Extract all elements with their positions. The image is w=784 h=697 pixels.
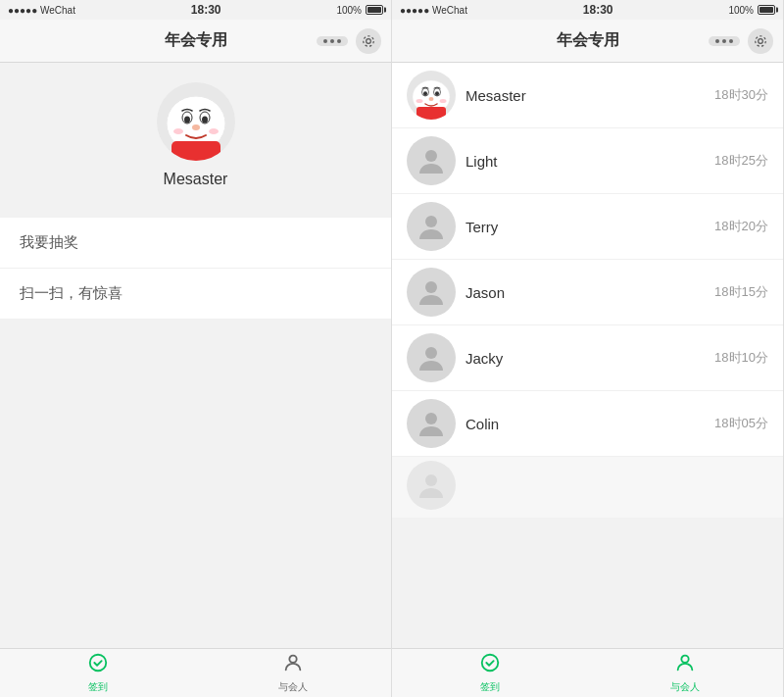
tab-label-checkin-left: 签到 bbox=[88, 680, 108, 694]
list-name-jacky: Jacky bbox=[466, 350, 705, 367]
svg-point-28 bbox=[425, 413, 437, 424]
attendees-icon-right bbox=[674, 652, 696, 678]
checkin-icon-right bbox=[479, 652, 501, 678]
battery-icon-left bbox=[366, 5, 383, 15]
list-name-terry: Terry bbox=[466, 219, 705, 235]
list-time-mesaster: 18时30分 bbox=[714, 86, 768, 104]
svg-point-9 bbox=[173, 128, 183, 134]
checkin-icon-left bbox=[87, 652, 109, 678]
list-avatar-colin bbox=[407, 399, 456, 448]
user-avatar-left bbox=[157, 82, 235, 161]
tab-checkin-right[interactable]: 签到 bbox=[392, 649, 588, 697]
nav-bar-right: 年会专用 bbox=[392, 20, 783, 63]
list-name-colin: Colin bbox=[466, 416, 705, 432]
left-phone: ●●●●● WeChat 18:30 100% 年会专用 bbox=[0, 0, 392, 697]
svg-point-19 bbox=[423, 91, 427, 95]
svg-point-24 bbox=[425, 150, 437, 162]
list-item[interactable]: Mesaster 18时30分 bbox=[392, 63, 783, 128]
svg-point-0 bbox=[367, 38, 371, 43]
list-item[interactable]: Light 18时25分 bbox=[392, 128, 783, 194]
menu-item-lottery[interactable]: 我要抽奖 bbox=[0, 218, 391, 269]
nav-scan-right[interactable] bbox=[748, 28, 773, 54]
rdot3 bbox=[729, 39, 733, 43]
svg-rect-16 bbox=[416, 107, 446, 120]
list-item-partial bbox=[392, 457, 783, 519]
svg-point-21 bbox=[429, 97, 434, 101]
svg-point-23 bbox=[440, 99, 447, 103]
dot3 bbox=[337, 39, 341, 43]
nav-scan-left[interactable] bbox=[356, 28, 381, 54]
svg-point-14 bbox=[756, 35, 766, 46]
nav-dots-right[interactable] bbox=[709, 36, 740, 46]
list-avatar-jason bbox=[407, 268, 456, 317]
list-name-mesaster: Mesaster bbox=[466, 87, 705, 104]
svg-rect-3 bbox=[172, 141, 220, 161]
nav-right-right bbox=[709, 28, 773, 54]
signal-left: ●●●●● WeChat bbox=[8, 5, 75, 16]
left-content: Mesaster 我要抽奖 扫一扫，有惊喜 bbox=[0, 63, 391, 648]
list-time-jason: 18时15分 bbox=[714, 283, 768, 301]
list-name-light: Light bbox=[466, 153, 705, 170]
list-time-terry: 18时20分 bbox=[714, 218, 768, 235]
svg-point-7 bbox=[202, 117, 208, 124]
svg-point-11 bbox=[90, 655, 107, 672]
svg-point-6 bbox=[184, 117, 190, 124]
svg-point-27 bbox=[425, 347, 437, 359]
svg-point-29 bbox=[425, 474, 437, 486]
svg-point-10 bbox=[209, 128, 219, 134]
avatar-shinchan-small bbox=[407, 71, 456, 120]
svg-point-1 bbox=[364, 35, 374, 46]
signal-right: ●●●●● WeChat bbox=[400, 5, 467, 16]
battery-left: 100% bbox=[336, 5, 383, 16]
svg-point-31 bbox=[682, 656, 689, 663]
time-left: 18:30 bbox=[191, 3, 221, 17]
tab-label-attendees-left: 与会人 bbox=[278, 680, 308, 694]
svg-point-26 bbox=[425, 281, 437, 293]
list-name-jason: Jason bbox=[466, 284, 705, 301]
tab-checkin-left[interactable]: 签到 bbox=[0, 649, 196, 697]
svg-point-22 bbox=[416, 99, 423, 103]
list-item[interactable]: Colin 18时05分 bbox=[392, 391, 783, 457]
status-bar-left: ●●●●● WeChat 18:30 100% bbox=[0, 0, 391, 20]
list-time-light: 18时25分 bbox=[714, 152, 768, 170]
nav-right-left bbox=[317, 28, 381, 54]
battery-icon-right bbox=[758, 5, 775, 15]
dot2 bbox=[330, 39, 334, 43]
list-item[interactable]: Jason 18时15分 bbox=[392, 260, 783, 325]
attendees-icon-left bbox=[282, 652, 304, 678]
tab-bar-right: 签到 与会人 bbox=[392, 648, 783, 697]
right-phone: ●●●●● WeChat 18:30 100% 年会专用 bbox=[392, 0, 784, 697]
list-time-jacky: 18时10分 bbox=[714, 349, 768, 367]
tab-attendees-right[interactable]: 与会人 bbox=[588, 649, 784, 697]
list-avatar-mesaster bbox=[407, 71, 456, 120]
tab-label-attendees-right: 与会人 bbox=[670, 680, 700, 694]
svg-point-8 bbox=[192, 124, 200, 130]
svg-point-25 bbox=[425, 216, 437, 227]
status-bar-right: ●●●●● WeChat 18:30 100% bbox=[392, 0, 783, 20]
svg-point-30 bbox=[482, 655, 499, 672]
svg-point-12 bbox=[290, 656, 297, 663]
list-avatar-light bbox=[407, 136, 456, 185]
tab-bar-left: 签到 与会人 bbox=[0, 648, 391, 697]
avatar-svg-left bbox=[157, 82, 235, 161]
rdot1 bbox=[715, 39, 719, 43]
menu-item-scan[interactable]: 扫一扫，有惊喜 bbox=[0, 269, 391, 320]
nav-title-right: 年会专用 bbox=[557, 30, 619, 51]
nav-title-left: 年会专用 bbox=[165, 30, 227, 51]
battery-right: 100% bbox=[728, 5, 775, 16]
svg-point-13 bbox=[759, 38, 763, 43]
nav-bar-left: 年会专用 bbox=[0, 20, 391, 63]
list-item[interactable]: Jacky 18时10分 bbox=[392, 325, 783, 391]
time-right: 18:30 bbox=[583, 3, 613, 17]
list-time-colin: 18时05分 bbox=[714, 415, 768, 432]
tab-label-checkin-right: 签到 bbox=[480, 680, 500, 694]
list-avatar-partial bbox=[407, 461, 456, 510]
svg-point-20 bbox=[435, 91, 439, 95]
list-item[interactable]: Terry 18时20分 bbox=[392, 194, 783, 260]
rdot2 bbox=[722, 39, 726, 43]
nav-dots-left[interactable] bbox=[317, 36, 348, 46]
username-left: Mesaster bbox=[164, 171, 228, 188]
attendee-list: Mesaster 18时30分 Light 18时25分 Terry bbox=[392, 63, 783, 648]
tab-attendees-left[interactable]: 与会人 bbox=[196, 649, 392, 697]
list-avatar-jacky bbox=[407, 333, 456, 382]
